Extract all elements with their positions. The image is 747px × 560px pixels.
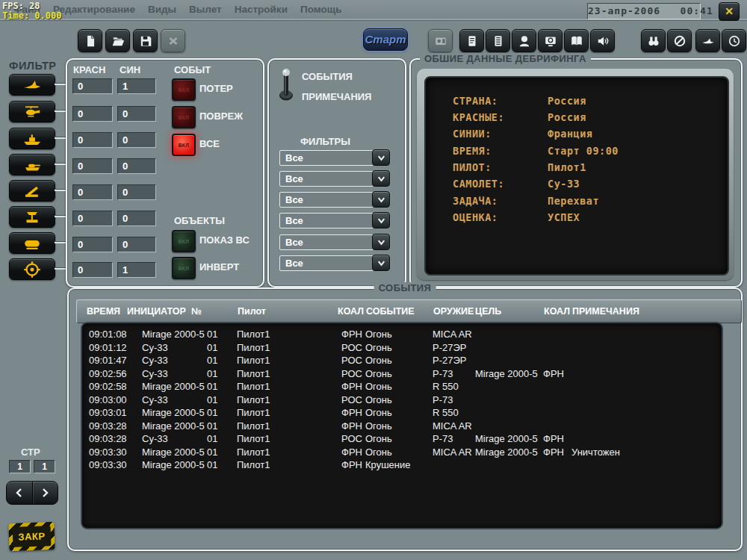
table-cell: MICA AR bbox=[433, 328, 475, 341]
led-label: ВКЛ bbox=[179, 239, 190, 244]
table-cell: РОС bbox=[341, 393, 365, 407]
table-cell: 09:02:56 bbox=[89, 367, 142, 381]
table-row[interactable]: 09:03:28Mirage 2000-501Пилот1ФРНОгоньMIC… bbox=[82, 420, 722, 433]
filter-dropdown-6[interactable]: Все bbox=[279, 255, 374, 271]
filter-dropdown-4-button[interactable] bbox=[372, 212, 390, 228]
blue-count: 1 bbox=[117, 262, 156, 278]
clock-icon bbox=[728, 34, 741, 48]
filter-target-button[interactable] bbox=[9, 258, 55, 280]
filter-dropdown-2[interactable]: Все bbox=[279, 171, 374, 187]
close-window-button[interactable]: ✕ bbox=[719, 2, 740, 21]
clock-button[interactable] bbox=[722, 29, 746, 52]
table-row[interactable]: 09:03:00Су-3301Пилот1РОСОгоньР-73 bbox=[82, 393, 722, 407]
toggle-ПОКАЗ ВС[interactable]: ВКЛ bbox=[172, 230, 196, 252]
debrief-value: Пилот1 bbox=[548, 161, 586, 173]
next-page-button[interactable] bbox=[33, 482, 58, 504]
chevron-down-icon bbox=[376, 194, 387, 205]
debrief-row: САМОЛЕТ:Су-33 bbox=[453, 178, 580, 190]
toggle-ПОВРЕЖ[interactable]: ВКЛ bbox=[172, 106, 196, 128]
table-row[interactable]: 09:03:28Су-3301Пилот1РОСОгоньР-73Mirage … bbox=[82, 432, 722, 446]
tv-search-button[interactable] bbox=[538, 29, 562, 52]
led-label: ВКЛ bbox=[179, 266, 190, 271]
filter-sam-button[interactable] bbox=[9, 180, 55, 202]
filter-dropdown-3[interactable]: Все bbox=[279, 192, 374, 208]
table-row[interactable]: 09:02:58Mirage 2000-501Пилот1ФРНОгоньR 5… bbox=[82, 380, 722, 393]
table-row[interactable]: 09:03:30Mirage 2000-501Пилот1ФРНОгоньMIC… bbox=[82, 446, 722, 459]
red-count: 0 bbox=[72, 132, 113, 148]
table-cell bbox=[543, 406, 571, 420]
filter-dropdown-5[interactable]: Все bbox=[279, 234, 374, 250]
debrief-label: ВРЕМЯ: bbox=[453, 145, 548, 157]
filter-helicopter-button[interactable] bbox=[9, 101, 55, 122]
filter-tank-button[interactable] bbox=[9, 154, 55, 175]
mode-events-label[interactable]: СОБЫТИЯ bbox=[302, 71, 353, 82]
filter-aircraft-button[interactable] bbox=[9, 74, 55, 96]
briefing-button[interactable] bbox=[459, 29, 484, 52]
table-cell: Огонь bbox=[365, 420, 433, 433]
menu-Настройки[interactable]: Настройки bbox=[235, 4, 288, 15]
filter-ship-button[interactable] bbox=[9, 128, 55, 149]
prev-page-button[interactable] bbox=[7, 482, 33, 504]
binoculars-button[interactable] bbox=[641, 29, 666, 52]
pilot-button[interactable] bbox=[512, 29, 536, 52]
no-entry-button[interactable] bbox=[667, 29, 692, 52]
column-header-№: № bbox=[191, 306, 238, 317]
table-cell: Огонь bbox=[365, 406, 433, 420]
toggle-ИНВЕРТ[interactable]: ВКЛ bbox=[172, 257, 196, 279]
filter-dropdown-5-button[interactable] bbox=[372, 234, 390, 250]
toggle-ПОТЕР[interactable]: ВКЛ bbox=[172, 78, 196, 101]
menu-Помощь[interactable]: Помощь bbox=[300, 4, 342, 15]
column-header-ЦЕЛЬ: ЦЕЛЬ bbox=[475, 306, 544, 317]
filter-dropdown-2-button[interactable] bbox=[372, 170, 390, 187]
book-button[interactable] bbox=[564, 29, 589, 52]
table-row[interactable]: 09:01:08Mirage 2000-501Пилот1ФРНОгоньMIC… bbox=[82, 328, 722, 341]
red-count: 0 bbox=[72, 184, 113, 200]
table-cell: 09:03:28 bbox=[89, 420, 142, 433]
filter-dropdown-4[interactable]: Все bbox=[279, 213, 374, 228]
toggle-ВСЕ[interactable]: ВКЛ bbox=[172, 134, 196, 156]
log-button[interactable] bbox=[486, 29, 510, 52]
filter-dropdown-1-button[interactable] bbox=[372, 149, 390, 166]
filter-dropdown-3-button[interactable] bbox=[372, 191, 390, 208]
column-header-Пилот: Пилот bbox=[238, 306, 338, 317]
filter-fuel-button[interactable] bbox=[9, 232, 55, 254]
table-cell: 09:03:00 bbox=[89, 393, 142, 407]
table-cell: ФРН bbox=[543, 367, 571, 381]
table-cell: 01 bbox=[207, 380, 237, 393]
movie-icon bbox=[434, 34, 447, 48]
filters-title: ФИЛЬТРЫ bbox=[300, 136, 350, 147]
menu-Вылет[interactable]: Вылет bbox=[189, 4, 222, 15]
blue-count: 0 bbox=[117, 184, 156, 200]
mode-notes-label[interactable]: ПРИМЕЧАНИЯ bbox=[302, 91, 371, 102]
table-cell: Су-33 bbox=[142, 341, 207, 355]
filter-connector bbox=[55, 268, 66, 270]
table-cell: Mirage 2000-5 bbox=[475, 367, 543, 381]
red-count: 0 bbox=[72, 106, 113, 122]
red-count: 0 bbox=[72, 78, 113, 94]
save-button[interactable] bbox=[133, 29, 158, 52]
table-row[interactable]: 09:03:30Mirage 2000-501Пилот1ФРНКрушение bbox=[82, 458, 722, 472]
filter-dropdown-1[interactable]: Все bbox=[279, 150, 374, 166]
aircraft-small-button[interactable] bbox=[695, 29, 720, 52]
menu-Редактирование[interactable]: Редактирование bbox=[53, 4, 135, 15]
table-row[interactable]: 09:01:47Су-3301Пилот1РОСОгоньР-27ЭР bbox=[82, 354, 722, 367]
filter-radar-button[interactable] bbox=[9, 206, 55, 228]
table-row[interactable]: 09:03:01Mirage 2000-501Пилот1ФРНОгоньR 5… bbox=[82, 406, 722, 420]
toggle-switch-icon bbox=[278, 67, 294, 102]
helicopter-icon bbox=[19, 103, 46, 121]
new-document-button[interactable] bbox=[78, 29, 102, 52]
start-button[interactable]: Старт bbox=[363, 28, 408, 51]
open-folder-button[interactable] bbox=[105, 29, 130, 52]
filter-dropdown-6-button[interactable] bbox=[372, 255, 390, 271]
close-debrief-button[interactable]: ЗАКР bbox=[8, 522, 55, 551]
debrief-label: СТРАНА: bbox=[453, 95, 548, 107]
save-icon bbox=[139, 34, 152, 48]
table-cell bbox=[543, 354, 571, 367]
menu-Виды[interactable]: Виды bbox=[148, 4, 176, 15]
debriefing-screen: ФайлРедактированиеВидыВылетНастройкиПомо… bbox=[0, 0, 747, 560]
events-notes-toggle[interactable] bbox=[278, 67, 294, 102]
table-cell bbox=[571, 367, 722, 381]
table-row[interactable]: 09:02:56Су-3301Пилот1РОСОгоньР-73Mirage … bbox=[82, 367, 722, 381]
table-row[interactable]: 09:01:12Су-3301Пилот1РОСОгоньР-27ЭР bbox=[82, 341, 722, 355]
sound-button[interactable] bbox=[590, 29, 615, 52]
